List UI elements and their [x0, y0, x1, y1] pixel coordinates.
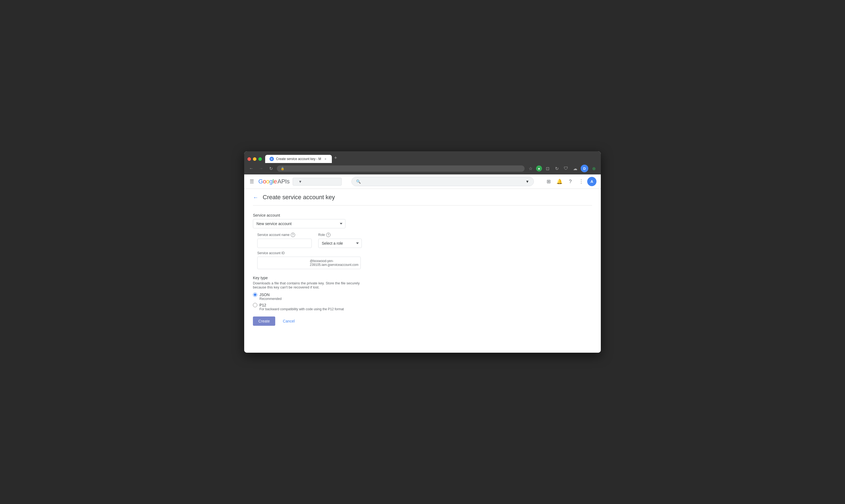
search-dropdown-icon: ▼ [525, 179, 529, 184]
service-account-name-field: Service account name ? [257, 233, 312, 248]
project-selector[interactable]: ▼ [293, 178, 342, 185]
logo-o2: o [266, 178, 269, 185]
logo-o1: o [263, 178, 266, 185]
service-account-select[interactable]: New service account [253, 219, 345, 228]
page-back-button[interactable]: ← [253, 194, 258, 201]
service-id-input-wrap: @boxwood-yen-239105.iam.gserviceaccount.… [257, 257, 361, 269]
json-label-text: JSON [259, 292, 270, 297]
search-bar[interactable]: 🔍 ▼ [352, 177, 534, 186]
service-account-field: Service account New service account [253, 213, 592, 228]
forward-nav-button[interactable]: → [257, 165, 265, 172]
apps-button[interactable]: ⊞ [544, 177, 554, 186]
json-radio-input[interactable] [253, 292, 257, 297]
name-help-icon[interactable]: ? [291, 233, 295, 237]
service-id-input[interactable] [257, 259, 309, 267]
role-help-icon[interactable]: ? [326, 233, 330, 237]
key-type-section: Key type Downloads a file that contains … [253, 276, 592, 311]
header-actions: ⊞ 🔔 ? ⋮ A [544, 177, 596, 186]
cancel-button[interactable]: Cancel [278, 317, 299, 326]
p12-sublabel: For backward compatibility with code usi… [259, 307, 592, 311]
logo-g: G [258, 178, 263, 185]
gapi-header: ☰ Google APIs ▼ 🔍 ▼ ⊞ 🔔 ? ⋮ A [244, 175, 601, 189]
tab-close-button[interactable]: × [323, 157, 327, 161]
extension-add-button[interactable]: ⊕ [590, 165, 597, 172]
more-options-button[interactable]: ⋮ [576, 177, 586, 186]
service-id-row: Service account ID @boxwood-yen-239105.i… [257, 251, 592, 269]
extension-button[interactable]: ● [536, 165, 542, 172]
window-maximize-button[interactable] [258, 157, 262, 161]
json-sublabel: Recommended [259, 297, 592, 301]
back-nav-button[interactable]: ← [248, 165, 255, 172]
p12-radio-label[interactable]: P12 [253, 303, 592, 307]
service-id-label-row: Service account ID [257, 251, 592, 255]
help-button[interactable]: ? [565, 177, 575, 186]
service-id-label: Service account ID [257, 251, 285, 255]
json-radio-label[interactable]: JSON [253, 292, 592, 297]
service-account-name-input[interactable] [257, 239, 312, 248]
shield-button[interactable]: 🛡 [562, 165, 570, 172]
service-account-label: Service account [253, 213, 280, 217]
window-close-button[interactable] [248, 157, 251, 161]
page-title: Create service account key [263, 194, 335, 201]
p12-radio-option: P12 For backward compatibility with code… [253, 303, 592, 311]
header-search: 🔍 ▼ [352, 177, 534, 186]
service-id-suffix: @boxwood-yen-239105.iam.gserviceaccount.… [309, 257, 360, 269]
apis-text: APIs [277, 178, 289, 185]
page-content: ← Create service account key Service acc… [244, 189, 601, 353]
role-field: Role ? Select a role [318, 233, 362, 248]
service-id-refresh-button[interactable]: ↻ [360, 259, 361, 267]
address-bar[interactable]: 🔒 [277, 165, 525, 172]
create-button[interactable]: Create [253, 317, 275, 326]
notification-button[interactable]: 🔔 [555, 177, 564, 186]
tab-title: Create service account key - M [276, 157, 321, 161]
bookmark-button[interactable]: ☆ [527, 165, 534, 172]
page-header: ← Create service account key [253, 189, 592, 205]
google-apis-logo: Google APIs [258, 178, 289, 185]
logo-e: e [274, 178, 277, 185]
service-account-name-label-row: Service account name ? [257, 233, 312, 237]
lock-icon: 🔒 [281, 167, 285, 170]
hamburger-menu-button[interactable]: ☰ [249, 177, 255, 185]
json-radio-option: JSON Recommended [253, 292, 592, 301]
key-type-description: Downloads a file that contains the priva… [253, 281, 362, 289]
user-avatar[interactable]: A [587, 177, 596, 186]
cloud-button[interactable]: ☁ [571, 165, 579, 172]
action-buttons: Create Cancel [253, 317, 592, 326]
project-dropdown-icon: ▼ [298, 180, 302, 184]
form-section: Service account New service account Serv… [253, 205, 592, 334]
chrome-refresh-button[interactable]: ↻ [553, 165, 560, 172]
role-label-row: Role ? [318, 233, 362, 237]
name-role-row: Service account name ? Role ? Select a r… [257, 233, 592, 248]
browser-tab-active[interactable]: G Create service account key - M × [265, 155, 332, 163]
p12-label-text: P12 [259, 303, 266, 307]
tab-favicon: G [270, 157, 274, 161]
p12-radio-input[interactable] [253, 303, 257, 307]
role-label: Role [318, 233, 325, 237]
reload-button[interactable]: ↻ [267, 165, 275, 172]
logo-g2: g [269, 178, 272, 185]
role-select[interactable]: Select a role [318, 239, 362, 248]
window-minimize-button[interactable] [253, 157, 256, 161]
search-icon: 🔍 [356, 179, 361, 184]
service-account-name-label: Service account name [257, 233, 290, 237]
key-type-title: Key type [253, 276, 592, 280]
cast-button[interactable]: ⊡ [544, 165, 551, 172]
new-tab-button[interactable]: + [332, 154, 339, 163]
browser-profile-avatar[interactable]: D [581, 165, 588, 172]
